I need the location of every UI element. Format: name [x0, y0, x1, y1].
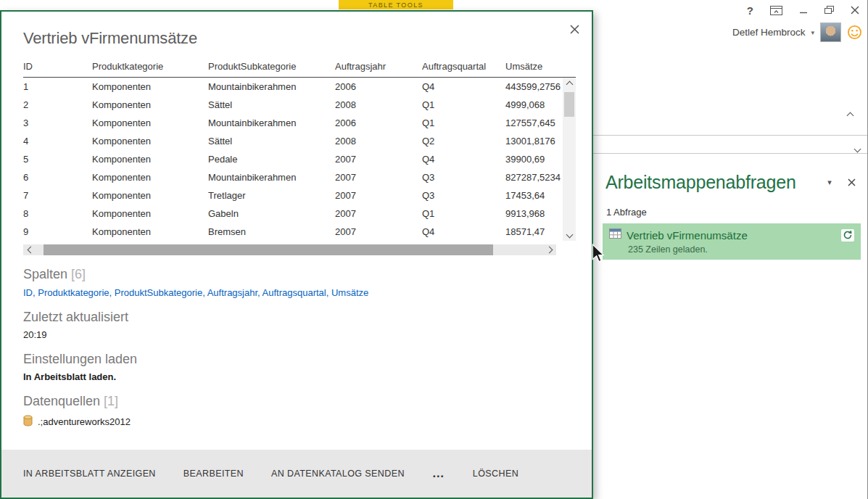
horizontal-scroll-track[interactable]: [38, 244, 542, 255]
expand-formula-bar-chevron[interactable]: [855, 141, 860, 154]
vertical-scroll-track[interactable]: [563, 91, 575, 228]
window-controls: ?: [747, 4, 859, 16]
chevron-down-icon: [854, 146, 861, 153]
action-button[interactable]: LÖSCHEN: [473, 469, 518, 479]
help-icon[interactable]: ?: [747, 4, 753, 16]
cell-id: 3: [23, 114, 92, 132]
action-button[interactable]: AN DATENKATALOG SENDEN: [271, 469, 405, 479]
columns-section-heading: Spalten [6]: [23, 267, 573, 282]
cell-produktsubkategorie: Mountainbikerahmen: [208, 78, 335, 96]
user-avatar-photo[interactable]: [820, 22, 841, 42]
cell-produktkategorie: Komponenten: [92, 150, 208, 168]
last-refresh-value: 20:19: [23, 329, 573, 340]
cell-auftragsquartal: Q4: [422, 78, 505, 96]
data-source-row: .;adventureworks2012: [23, 415, 573, 429]
column-link[interactable]: Auftragsjahr: [207, 287, 263, 298]
cell-auftragsquartal: Q3: [422, 186, 505, 205]
last-refresh-heading: Zuletzt aktualisiert: [23, 310, 573, 325]
scroll-up-button[interactable]: [563, 78, 576, 91]
cell-auftragsjahr: 2006: [335, 78, 422, 96]
load-settings-heading: Einstellungen laden: [23, 352, 573, 367]
column-header: Auftragsquartal: [422, 61, 505, 72]
cell-produktkategorie: Komponenten: [92, 223, 208, 241]
table-query-icon: [609, 228, 621, 242]
columns-count: [6]: [71, 267, 86, 281]
cell-produktkategorie: Komponenten: [92, 96, 208, 114]
cell-auftragsjahr: 2007: [335, 223, 422, 241]
action-button[interactable]: …: [432, 470, 445, 477]
scroll-right-button[interactable]: [542, 244, 556, 255]
cell-umsaetze: 827287,5234: [505, 168, 563, 186]
cell-umsaetze: 17453,64: [505, 186, 563, 205]
close-icon[interactable]: [851, 4, 859, 16]
cell-auftragsquartal: Q1: [422, 114, 505, 132]
vertical-scroll-thumb[interactable]: [564, 92, 574, 117]
cell-auftragsjahr: 2007: [335, 168, 422, 186]
smiley-feedback-icon[interactable]: [847, 25, 862, 40]
collapse-ribbon-chevron[interactable]: [845, 111, 855, 120]
preview-table: IDProduktkategorieProduktSubkategorieAuf…: [23, 61, 576, 255]
column-link[interactable]: Umsätze: [331, 287, 368, 298]
chevron-up-icon: [846, 112, 853, 119]
table-row: 2 Komponenten Sättel 2008 Q1 4999,068: [23, 96, 563, 114]
query-list-item[interactable]: Vertrieb vFirmenumsätze 235 Zeilen gelad…: [603, 223, 861, 260]
cell-produktkategorie: Komponenten: [92, 205, 208, 223]
cell-produktsubkategorie: Mountainbikerahmen: [208, 114, 335, 132]
cell-umsaetze: 4999,068: [505, 96, 563, 114]
column-header: Umsätze: [505, 61, 576, 72]
cell-umsaetze: 18571,47: [505, 223, 563, 241]
column-link[interactable]: ProduktSubkategorie: [115, 287, 207, 298]
cell-id: 2: [23, 96, 92, 114]
vertical-scrollbar[interactable]: [563, 78, 576, 241]
table-row: 5 Komponenten Pedale 2007 Q4 39900,69: [23, 150, 563, 168]
cell-id: 5: [23, 150, 92, 168]
workbook-queries-pane: Arbeitsmappenabfragen ▾ 1 Abfrage: [596, 154, 867, 499]
pane-header: Arbeitsmappenabfragen ▾: [596, 154, 867, 193]
cell-produktsubkategorie: Pedale: [208, 150, 335, 168]
formula-bar[interactable]: [593, 135, 867, 154]
pane-close-icon[interactable]: [846, 177, 857, 189]
data-source-value: .;adventureworks2012: [38, 416, 131, 427]
table-row: 3 Komponenten Mountainbikerahmen 2006 Q1…: [23, 114, 563, 132]
column-link[interactable]: Produktkategorie: [38, 287, 115, 298]
ribbon-tab-table-tools[interactable]: TABLE TOOLS: [339, 0, 453, 9]
cell-umsaetze: 127557,645: [505, 114, 563, 132]
cell-auftragsquartal: Q4: [422, 150, 505, 168]
column-link[interactable]: Auftragsquartal: [263, 287, 331, 298]
caret-down-icon[interactable]: ▾: [811, 29, 814, 36]
cell-auftragsquartal: Q1: [422, 96, 505, 114]
action-button[interactable]: BEARBEITEN: [183, 469, 244, 479]
table-row: 8 Komponenten Gabeln 2007 Q1 9913,968: [23, 205, 563, 223]
query-peek-popup: Vertrieb vFirmenumsätze IDProduktkategor…: [0, 10, 593, 499]
table-row: 1 Komponenten Mountainbikerahmen 2006 Q4…: [23, 78, 563, 96]
cell-produktkategorie: Komponenten: [92, 186, 208, 205]
cell-produktkategorie: Komponenten: [92, 168, 208, 186]
horizontal-scrollbar[interactable]: [23, 244, 556, 255]
column-link[interactable]: ID: [23, 287, 38, 298]
popup-close-icon[interactable]: [568, 22, 581, 36]
restore-icon[interactable]: [824, 4, 834, 16]
cell-id: 6: [23, 168, 92, 186]
cell-produktkategorie: Komponenten: [92, 114, 208, 132]
refresh-icon[interactable]: [841, 229, 854, 242]
pane-menu-caret-icon[interactable]: ▾: [824, 177, 835, 189]
data-sources-count: [1]: [104, 394, 118, 408]
minimize-icon[interactable]: [799, 4, 808, 16]
action-button[interactable]: IN ARBEITSBLATT ANZEIGEN: [23, 469, 156, 479]
popup-action-bar: IN ARBEITSBLATT ANZEIGENBEARBEITENAN DAT…: [1, 450, 592, 498]
scroll-left-button[interactable]: [23, 244, 38, 255]
user-name[interactable]: Detlef Hembrock: [732, 27, 806, 38]
column-header: Produktkategorie: [92, 61, 208, 72]
excel-window: TABLE TOOLS ?: [0, 0, 868, 499]
cell-auftragsjahr: 2007: [335, 205, 422, 223]
ribbon-display-options-icon[interactable]: [770, 4, 782, 16]
query-count: 1 Abfrage: [606, 207, 867, 218]
cell-auftragsjahr: 2008: [335, 96, 422, 114]
cell-umsaetze: 13001,8176: [505, 132, 563, 150]
scroll-down-button[interactable]: [563, 228, 576, 241]
horizontal-scroll-thumb[interactable]: [44, 244, 493, 255]
cell-auftragsjahr: 2008: [335, 132, 422, 150]
cell-id: 7: [23, 186, 92, 205]
table-row: 6 Komponenten Mountainbikerahmen 2007 Q3…: [23, 168, 563, 186]
pane-title: Arbeitsmappenabfragen: [605, 172, 814, 193]
